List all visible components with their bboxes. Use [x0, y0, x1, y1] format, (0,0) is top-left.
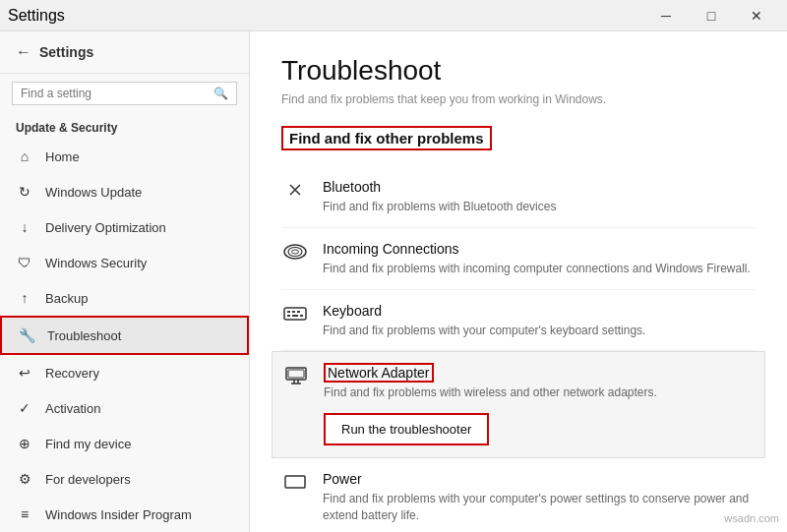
search-icon: 🔍 [206, 87, 236, 100]
sidebar-section-title: Update & Security [0, 113, 249, 139]
svg-rect-6 [297, 311, 300, 313]
sidebar-item-activation[interactable]: ✓Activation [0, 390, 249, 426]
troubleshoot-items-container: BluetoothFind and fix problems with Blue… [281, 166, 756, 532]
network-adapter-run-button[interactable]: Run the troubleshooter [324, 413, 489, 445]
windows-update-label: Windows Update [45, 185, 142, 200]
keyboard-icon [281, 302, 309, 326]
incoming-connections-desc: Find and fix problems with incoming comp… [323, 261, 756, 277]
sidebar-search-container[interactable]: 🔍 [12, 82, 237, 105]
svg-rect-7 [287, 315, 290, 317]
svg-rect-8 [292, 315, 298, 317]
sidebar-header: ← Settings [0, 31, 249, 74]
troubleshoot-label: Troubleshoot [47, 328, 121, 343]
restore-button[interactable]: □ [689, 0, 734, 31]
close-button[interactable]: ✕ [734, 0, 779, 31]
title-bar-controls: ─ □ ✕ [643, 0, 779, 31]
sidebar-item-windows-security[interactable]: 🛡Windows Security [0, 245, 249, 280]
delivery-optimization-label: Delivery Optimization [45, 220, 166, 235]
power-info: PowerFind and fix problems with your com… [323, 470, 756, 524]
sidebar-items-container: ⌂Home↻Windows Update↓Delivery Optimizati… [0, 139, 249, 532]
network-adapter-info: Network AdapterFind and fix problems wit… [324, 364, 755, 445]
watermark: wsadn.com [724, 512, 779, 524]
sidebar-app-title: Settings [39, 44, 93, 60]
activation-label: Activation [45, 401, 100, 416]
svg-rect-15 [285, 476, 305, 488]
sidebar: ← Settings 🔍 Update & Security ⌂Home↻Win… [0, 31, 250, 532]
for-developers-icon: ⚙ [16, 471, 33, 487]
sidebar-item-recovery[interactable]: ↩Recovery [0, 355, 249, 390]
activation-icon: ✓ [16, 400, 33, 416]
title-bar-left: Settings [8, 7, 65, 25]
svg-rect-11 [288, 370, 304, 378]
minimize-button[interactable]: ─ [643, 0, 689, 31]
bluetooth-desc: Find and fix problems with Bluetooth dev… [323, 199, 756, 215]
network-adapter-name: Network Adapter [324, 363, 434, 383]
sidebar-item-backup[interactable]: ↑Backup [0, 280, 249, 316]
backup-icon: ↑ [16, 290, 33, 306]
incoming-connections-info: Incoming ConnectionsFind and fix problem… [323, 240, 756, 277]
sidebar-item-windows-update[interactable]: ↻Windows Update [0, 174, 249, 209]
troubleshoot-icon: 🔧 [18, 327, 35, 343]
troubleshoot-item-power: PowerFind and fix problems with your com… [281, 458, 756, 532]
windows-security-icon: 🛡 [16, 255, 33, 270]
title-bar: Settings ─ □ ✕ [0, 0, 787, 31]
keyboard-name: Keyboard [323, 303, 382, 319]
bluetooth-name: Bluetooth [323, 179, 381, 195]
find-my-device-label: Find my device [45, 437, 131, 451]
sidebar-item-for-developers[interactable]: ⚙For developers [0, 461, 249, 497]
title-bar-title: Settings [8, 7, 65, 25]
svg-rect-4 [287, 311, 290, 313]
troubleshoot-item-network-adapter: Network AdapterFind and fix problems wit… [272, 351, 765, 458]
section-header: Find and fix other problems [281, 126, 492, 150]
home-label: Home [45, 149, 80, 164]
find-my-device-icon: ⊕ [16, 436, 33, 451]
sidebar-item-find-my-device[interactable]: ⊕Find my device [0, 426, 249, 461]
network-adapter-desc: Find and fix problems with wireless and … [324, 384, 755, 401]
sidebar-item-troubleshoot[interactable]: 🔧Troubleshoot [0, 316, 249, 355]
windows-security-label: Windows Security [45, 256, 147, 270]
for-developers-label: For developers [45, 472, 131, 487]
windows-insider-icon: ≡ [16, 506, 33, 522]
main-content: Troubleshoot Find and fix problems that … [250, 31, 787, 532]
power-desc: Find and fix problems with your computer… [323, 491, 756, 524]
incoming-connections-name: Incoming Connections [323, 241, 459, 257]
bluetooth-info: BluetoothFind and fix problems with Blue… [323, 178, 756, 215]
troubleshoot-item-bluetooth: BluetoothFind and fix problems with Blue… [281, 166, 756, 228]
backup-label: Backup [45, 291, 88, 306]
power-icon [281, 470, 309, 495]
svg-point-2 [292, 250, 299, 254]
troubleshoot-item-keyboard: KeyboardFind and fix problems with your … [281, 290, 756, 352]
recovery-label: Recovery [45, 366, 99, 381]
network-adapter-icon [282, 364, 310, 390]
app-body: ← Settings 🔍 Update & Security ⌂Home↻Win… [0, 31, 787, 532]
power-name: Power [323, 471, 362, 487]
troubleshoot-item-incoming-connections: Incoming ConnectionsFind and fix problem… [281, 228, 756, 290]
page-subtitle: Find and fix problems that keep you from… [281, 92, 756, 106]
svg-rect-5 [292, 311, 295, 313]
search-input[interactable] [13, 87, 206, 100]
incoming-connections-icon [281, 240, 309, 265]
windows-insider-label: Windows Insider Program [45, 507, 192, 522]
delivery-optimization-icon: ↓ [16, 219, 33, 235]
svg-point-1 [288, 247, 302, 256]
svg-rect-3 [284, 308, 306, 320]
sidebar-item-home[interactable]: ⌂Home [0, 139, 249, 174]
home-icon: ⌂ [16, 148, 33, 164]
bluetooth-icon [281, 178, 309, 205]
keyboard-info: KeyboardFind and fix problems with your … [323, 302, 756, 339]
sidebar-item-delivery-optimization[interactable]: ↓Delivery Optimization [0, 209, 249, 245]
sidebar-item-windows-insider[interactable]: ≡Windows Insider Program [0, 497, 249, 532]
keyboard-desc: Find and fix problems with your computer… [323, 323, 756, 339]
sidebar-back-button[interactable]: ← [16, 43, 31, 61]
windows-update-icon: ↻ [16, 184, 33, 200]
svg-rect-9 [300, 315, 303, 317]
recovery-icon: ↩ [16, 365, 33, 381]
page-title: Troubleshoot [281, 55, 756, 87]
